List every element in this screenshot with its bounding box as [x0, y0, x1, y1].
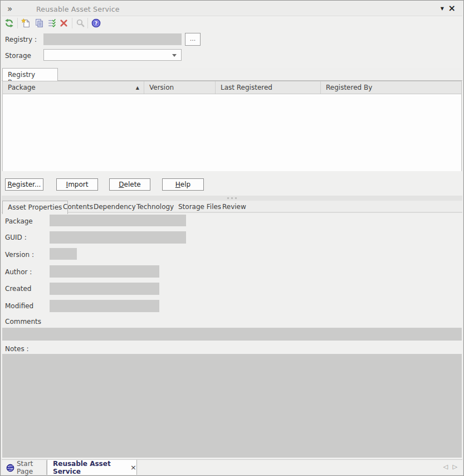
created-label: Created — [5, 285, 32, 293]
new-document-icon[interactable] — [21, 18, 31, 28]
toolbar-separator — [17, 18, 18, 28]
comments-field — [2, 328, 462, 341]
created-field — [50, 283, 159, 295]
help-button[interactable]: Help — [162, 178, 204, 191]
window-title: Reusable Asset Service — [36, 5, 120, 13]
toolbar-separator — [72, 18, 72, 28]
column-header-version[interactable]: Version — [144, 81, 216, 94]
delete-icon[interactable] — [59, 18, 69, 28]
titlebar: » Reusable Asset Service ▼ × — [2, 2, 462, 16]
registry-input — [43, 33, 182, 45]
column-header-registered-by[interactable]: Registered By — [321, 81, 461, 94]
tab-review[interactable]: Review — [217, 201, 252, 213]
chevron-down-icon — [172, 54, 177, 57]
notes-label: Notes : — [5, 345, 29, 353]
splitter-grip-icon — [227, 197, 229, 199]
storage-label: Storage — [5, 52, 31, 60]
registry-browse-button[interactable]: ... — [185, 33, 201, 46]
start-page-label: Start Page — [17, 460, 46, 475]
checklist-icon[interactable] — [47, 18, 57, 28]
author-field — [50, 265, 159, 278]
reusable-asset-service-window: » Reusable Asset Service ▼ × — [0, 0, 464, 476]
bottom-tabbar: Start Page Reusable Asset Service × ◁ ▷ — [2, 459, 462, 474]
author-label: Author : — [5, 268, 32, 276]
sort-ascending-icon: ▲ — [136, 85, 139, 90]
tab-reusable-asset-service[interactable]: Reusable Asset Service × — [47, 460, 137, 475]
modified-label: Modified — [5, 302, 33, 310]
modified-field — [50, 300, 159, 312]
svg-text:?: ? — [95, 20, 97, 26]
table-header-row: Package ▲ Version Last Registered Regist… — [3, 81, 461, 94]
refresh-icon[interactable] — [4, 18, 14, 28]
close-icon[interactable]: × — [448, 3, 456, 13]
register-button[interactable]: Register... — [5, 178, 43, 191]
package-label: Package — [5, 217, 33, 225]
splitter-grip-icon — [231, 197, 233, 199]
delete-button[interactable]: Delete — [109, 178, 150, 191]
horizontal-splitter[interactable] — [2, 196, 462, 201]
copy-icon[interactable] — [35, 18, 44, 28]
import-button[interactable]: Import — [56, 178, 98, 191]
splitter-grip-icon — [235, 197, 237, 199]
nav-previous-icon[interactable]: ◁ — [443, 463, 448, 470]
registry-browser-table: Package ▲ Version Last Registered Regist… — [2, 81, 462, 171]
guid-label: GUID : — [5, 234, 27, 241]
package-field — [50, 215, 186, 226]
tab-start-page[interactable]: Start Page — [2, 460, 47, 475]
notes-field — [2, 354, 462, 458]
comments-label: Comments — [5, 318, 41, 326]
tab-registry-browser[interactable]: Registry Browser — [2, 68, 58, 81]
guid-field — [50, 231, 186, 244]
registry-label: Registry : — [5, 36, 37, 43]
close-tab-icon[interactable]: × — [130, 463, 136, 472]
table-body-empty[interactable] — [3, 94, 461, 171]
toolbar-separator — [87, 18, 88, 28]
active-tab-label: Reusable Asset Service — [53, 460, 125, 475]
storage-select[interactable] — [43, 49, 182, 61]
help-icon[interactable]: ? — [91, 18, 101, 28]
column-header-package[interactable]: Package ▲ — [3, 81, 144, 94]
toolbar: ? — [2, 16, 462, 30]
chevron-down-icon[interactable]: ▼ — [441, 6, 444, 11]
version-label: Version : — [5, 251, 34, 259]
start-page-icon — [6, 464, 14, 472]
version-field — [50, 248, 77, 260]
nav-next-icon[interactable]: ▷ — [453, 463, 457, 470]
registry-browser-tabstrip: Registry Browser — [2, 68, 462, 81]
asset-tabstrip: Asset Properties Contents Dependency Tec… — [2, 201, 462, 213]
column-header-last-registered[interactable]: Last Registered — [216, 81, 321, 94]
expand-chevrons-icon[interactable]: » — [7, 4, 12, 14]
search-icon — [76, 18, 85, 28]
